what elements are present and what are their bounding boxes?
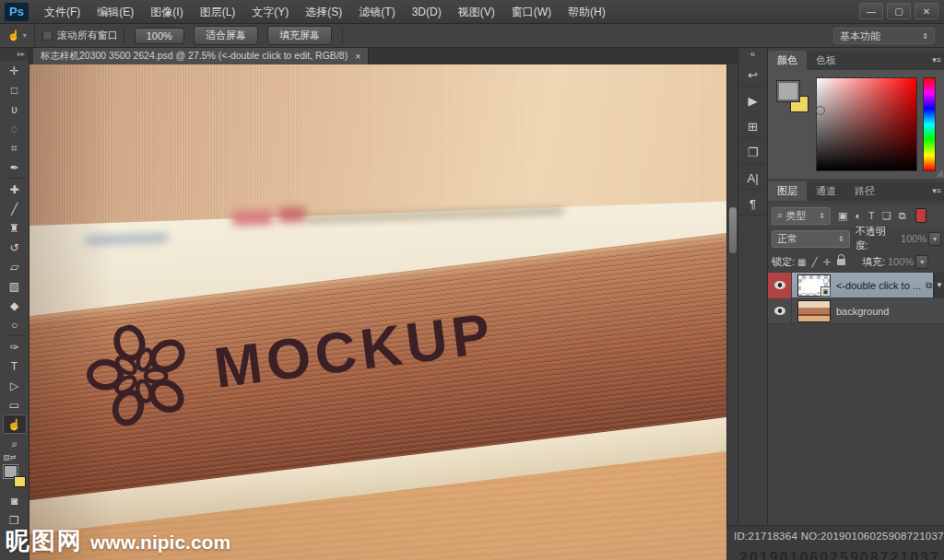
document-tab[interactable]: 标志样机20300 3500 2624.psd @ 27.5% (<-doubl… [33, 48, 369, 64]
filter-smart-objects-icon[interactable]: ⧉ [899, 210, 906, 222]
opacity-value[interactable]: 100% [901, 233, 926, 244]
scroll-all-windows-checkbox[interactable] [42, 30, 53, 41]
tool-history-brush[interactable]: ↺ [3, 238, 27, 257]
hue-ramp[interactable] [923, 77, 936, 171]
tool-eraser[interactable]: ▱ [3, 257, 27, 276]
tool-type[interactable]: T [3, 356, 27, 376]
layer-row-smart-object[interactable]: ▣ <-double click to ... ⧉ fx ▼ [768, 273, 944, 298]
tool-path-selection[interactable]: ▷ [3, 376, 27, 395]
panel-resize-grip[interactable] [936, 169, 943, 177]
paragraph-icon: ¶ [749, 197, 756, 211]
panel-scroll-arrow[interactable]: ▼ [933, 273, 944, 298]
scrollbar-thumb[interactable] [729, 207, 737, 253]
tool-brush[interactable]: ╱ [3, 199, 27, 218]
tab-channels[interactable]: 通道 [807, 181, 845, 201]
filter-adjustment-layers-icon[interactable]: ◐ [855, 210, 861, 221]
tool-healing-brush[interactable]: ✚ [3, 180, 27, 199]
minimize-button[interactable]: — [859, 3, 883, 19]
maximize-button[interactable]: ▢ [887, 3, 911, 19]
zoom-100-button[interactable]: 100% [135, 28, 184, 44]
tab-paths[interactable]: 路径 [845, 181, 884, 201]
tool-preset-picker[interactable]: ☝ ▾ [0, 24, 35, 47]
menu-item-edit[interactable]: 编辑(E) [88, 0, 142, 24]
fit-screen-button[interactable]: 适合屏幕 [194, 26, 258, 45]
menu-item-image[interactable]: 图像(I) [142, 0, 191, 24]
tool-dodge[interactable]: ○ [3, 315, 27, 334]
layer-filter-toggle[interactable] [915, 208, 926, 223]
layer-name[interactable]: <-double click to ... [836, 280, 924, 291]
tool-hand[interactable]: ☝ [3, 414, 27, 434]
color-picker-marker[interactable] [816, 106, 825, 115]
tool-lasso[interactable]: ʋ [3, 99, 27, 119]
layer-thumbnail[interactable]: ▣ [797, 274, 831, 297]
properties-panel-button[interactable]: ⊞ [740, 116, 766, 138]
panel-menu-icon[interactable]: ▾≡ [932, 186, 941, 195]
tab-color[interactable]: 颜色 [768, 51, 807, 70]
filter-shape-layers-icon[interactable]: ❏ [882, 210, 891, 222]
tool-shape[interactable]: ▭ [3, 395, 27, 414]
tool-zoom[interactable]: ⌕ [3, 434, 27, 453]
quick-mask-button[interactable]: ◙ [3, 491, 27, 510]
tool-eyedropper[interactable]: ✒ [3, 158, 27, 177]
healing-brush-tool-icon: ✚ [9, 183, 18, 196]
layer-thumbnail[interactable] [797, 300, 831, 322]
layer-visibility-cell[interactable] [768, 273, 792, 298]
menu-item-type[interactable]: 文字(Y) [243, 0, 297, 24]
filter-type-layers-icon[interactable]: T [868, 210, 875, 221]
panel-menu-icon[interactable]: ▾≡ [932, 55, 941, 64]
layer-row-background[interactable]: background [768, 298, 944, 324]
lock-all-icon[interactable] [837, 259, 845, 265]
canvas-vertical-scrollbar[interactable] [726, 64, 738, 525]
menu-item-window[interactable]: 窗口(W) [503, 0, 560, 24]
fill-value[interactable]: 100% [888, 256, 914, 267]
filter-pixel-layers-icon[interactable]: ▣ [838, 210, 847, 222]
fill-caret-button[interactable]: ▾ [915, 255, 928, 269]
actions-panel-button[interactable]: ▶ [740, 90, 766, 112]
menu-item-help[interactable]: 帮助(H) [560, 0, 614, 24]
tool-clone-stamp[interactable]: ♜ [3, 218, 27, 238]
3d-panel-button[interactable]: ❐ [740, 142, 766, 164]
tool-rect-marquee[interactable]: □ [3, 80, 27, 99]
opacity-caret-button[interactable]: ▾ [928, 232, 941, 246]
menu-item-view[interactable]: 视图(V) [450, 0, 503, 24]
paragraph-panel-button[interactable]: ¶ [740, 193, 766, 216]
tool-blur[interactable]: ◆ [3, 296, 27, 315]
layer-visibility-cell[interactable] [768, 298, 792, 324]
blend-mode-value: 正常 [777, 232, 797, 246]
tab-close-icon[interactable]: × [355, 51, 360, 62]
foreground-color-swatch[interactable] [777, 81, 799, 101]
layer-filter-kind-dropdown[interactable]: ⌕类型 ⇕ [772, 207, 831, 225]
tool-pen[interactable]: ✑ [3, 337, 27, 356]
workspace-switcher[interactable]: 基本功能 ⇕ [833, 28, 935, 44]
eye-icon [774, 281, 785, 289]
history-panel-button[interactable]: ↩ [740, 64, 766, 87]
tab-swatches[interactable]: 色板 [807, 51, 845, 70]
menu-item-file[interactable]: 文件(F) [36, 0, 88, 24]
menu-item-layer[interactable]: 图层(L) [192, 0, 244, 24]
lock-image-icon[interactable]: ╱ [812, 257, 818, 267]
swap-colors-icon[interactable]: ▧⇄ [4, 453, 26, 461]
saturation-brightness-field[interactable] [816, 77, 917, 171]
fill-screen-button[interactable]: 填充屏幕 [267, 26, 332, 45]
mockup-flower-logo [75, 311, 204, 440]
layer-name[interactable]: background [836, 306, 944, 317]
blend-mode-dropdown[interactable]: 正常 ⇕ [772, 230, 850, 248]
lock-position-icon[interactable]: ✛ [823, 257, 831, 267]
smart-object-badge-icon: ▣ [820, 286, 831, 297]
close-button[interactable]: ✕ [914, 3, 938, 19]
layers-panel: 图层 通道 路径 ▾≡ ⌕类型 ⇕ ▣ ◐ T ❏ ⧉ 正常 ⇕ 不透明度: 1… [768, 182, 944, 525]
menu-item-3d[interactable]: 3D(D) [404, 0, 450, 24]
tool-move[interactable]: ✛ [3, 61, 27, 80]
toolbar-collapse-icon[interactable]: ▸▸ [0, 48, 29, 61]
character-panel-button[interactable]: A| [740, 168, 766, 190]
menu-item-select[interactable]: 选择(S) [297, 0, 350, 24]
tool-crop[interactable]: ⌗ [3, 138, 27, 158]
background-color-swatch[interactable] [14, 476, 26, 487]
menu-item-filter[interactable]: 滤镜(T) [350, 0, 403, 24]
lock-transparency-icon[interactable]: ▦ [797, 257, 806, 267]
tool-gradient[interactable]: ▧ [3, 276, 27, 296]
dock-expand-icon[interactable]: « [750, 48, 756, 61]
tab-layers[interactable]: 图层 [768, 181, 807, 201]
tool-quick-selection[interactable]: ◌ [3, 119, 27, 138]
canvas[interactable]: MOCKUP [30, 64, 726, 560]
